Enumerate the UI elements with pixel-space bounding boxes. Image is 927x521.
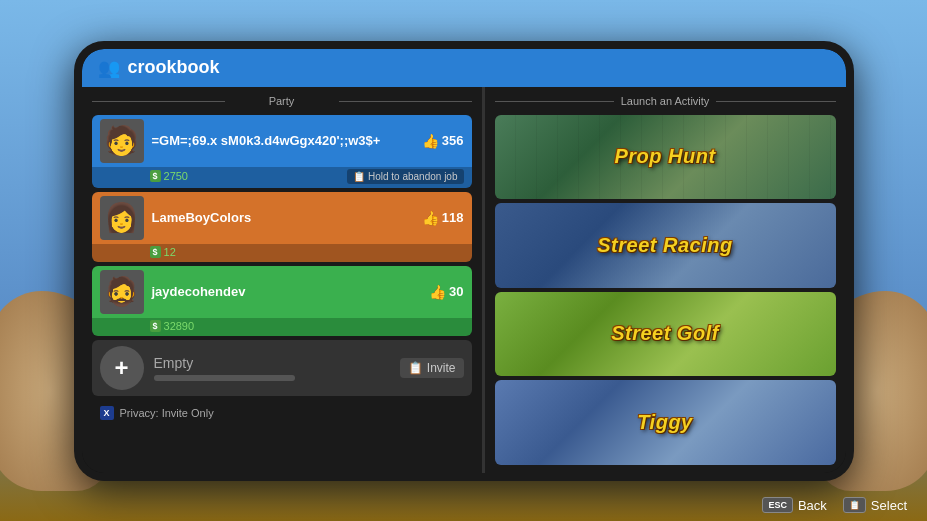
member-2-top: 👩 LameBoyColors 👍 118 (92, 192, 472, 244)
member-3-likes: 👍 30 (429, 284, 463, 300)
member-3-money: $ 32890 (150, 320, 195, 332)
money-icon-2: $ (150, 246, 161, 258)
member-1-name: =GM=;69.x sM0k3.d4wGgx420';;w3$+ (152, 133, 414, 148)
street-golf-label: Street Golf (495, 292, 836, 377)
privacy-bar: X Privacy: Invite Only (92, 402, 472, 424)
party-member-3[interactable]: 🧔 jaydecohendev 👍 30 $ 32890 (92, 266, 472, 336)
add-member-icon: + (100, 346, 144, 390)
back-button[interactable]: ESC Back (762, 497, 826, 513)
crookbook-icon: 👥 (98, 57, 120, 79)
app-title: crookbook (128, 57, 220, 78)
party-member-2[interactable]: 👩 LameBoyColors 👍 118 $ 12 (92, 192, 472, 262)
main-content: Party 🧑 =GM=;69.x sM0k3.d4wGgx420';;w3$+… (82, 87, 846, 473)
avatar-2-face: 👩 (100, 196, 144, 240)
phone-screen: 👥 crookbook Party 🧑 =GM=;69.x sM0k3.d4wG… (82, 49, 846, 473)
activity-street-racing[interactable]: Street Racing (495, 203, 836, 288)
member-2-avatar: 👩 (100, 196, 144, 240)
activity-prop-hunt[interactable]: Prop Hunt (495, 115, 836, 200)
empty-label: Empty (154, 355, 390, 371)
member-3-top: 🧔 jaydecohendev 👍 30 (92, 266, 472, 318)
privacy-text: Privacy: Invite Only (120, 407, 214, 419)
empty-progress-bar (154, 375, 296, 381)
select-button[interactable]: 📋 Select (843, 497, 907, 513)
street-racing-label: Street Racing (495, 203, 836, 288)
abandon-job-button[interactable]: 📋 Hold to abandon job (347, 169, 464, 184)
activities-panel: Launch an Activity Prop Hunt Street Raci… (485, 87, 846, 473)
money-icon-1: $ (150, 170, 161, 182)
member-1-likes: 👍 356 (422, 133, 464, 149)
member-2-money: $ 12 (150, 246, 176, 258)
member-3-bottom: $ 32890 (92, 318, 472, 336)
thumbs-up-icon-1: 👍 (422, 133, 439, 149)
privacy-x-icon: X (100, 406, 114, 420)
tiggy-label: Tiggy (495, 380, 836, 465)
select-label: Select (871, 498, 907, 513)
thumbs-up-icon-2: 👍 (422, 210, 439, 226)
member-1-top: 🧑 =GM=;69.x sM0k3.d4wGgx420';;w3$+ 👍 356 (92, 115, 472, 167)
party-label: Party (92, 95, 472, 107)
member-1-avatar: 🧑 (100, 119, 144, 163)
select-key: 📋 (843, 497, 866, 513)
member-2-likes: 👍 118 (422, 210, 464, 226)
money-icon-3: $ (150, 320, 161, 332)
esc-key: ESC (762, 497, 793, 513)
activity-tiggy[interactable]: Tiggy (495, 380, 836, 465)
activities-label: Launch an Activity (495, 95, 836, 107)
prop-hunt-label: Prop Hunt (495, 115, 836, 200)
member-1-money: $ 2750 (150, 170, 189, 182)
member-3-name: jaydecohendev (152, 284, 422, 299)
thumbs-up-icon-3: 👍 (429, 284, 446, 300)
empty-slot[interactable]: + Empty 📋 Invite (92, 340, 472, 396)
abandon-icon: 📋 (353, 171, 365, 182)
avatar-3-face: 🧔 (100, 270, 144, 314)
avatar-1-face: 🧑 (100, 119, 144, 163)
invite-button[interactable]: 📋 Invite (400, 358, 464, 378)
activity-street-golf[interactable]: Street Golf (495, 292, 836, 377)
app-header: 👥 crookbook (82, 49, 846, 87)
member-2-bottom: $ 12 (92, 244, 472, 262)
bottom-bar: ESC Back 📋 Select (762, 497, 907, 513)
member-3-avatar: 🧔 (100, 270, 144, 314)
invite-icon: 📋 (408, 361, 423, 375)
member-2-name: LameBoyColors (152, 210, 414, 225)
back-label: Back (798, 498, 827, 513)
party-panel: Party 🧑 =GM=;69.x sM0k3.d4wGgx420';;w3$+… (82, 87, 482, 473)
party-member-1[interactable]: 🧑 =GM=;69.x sM0k3.d4wGgx420';;w3$+ 👍 356… (92, 115, 472, 188)
phone-device: 👥 crookbook Party 🧑 =GM=;69.x sM0k3.d4wG… (74, 41, 854, 481)
empty-slot-content: Empty (154, 355, 390, 381)
member-1-bottom: $ 2750 📋 Hold to abandon job (92, 167, 472, 188)
